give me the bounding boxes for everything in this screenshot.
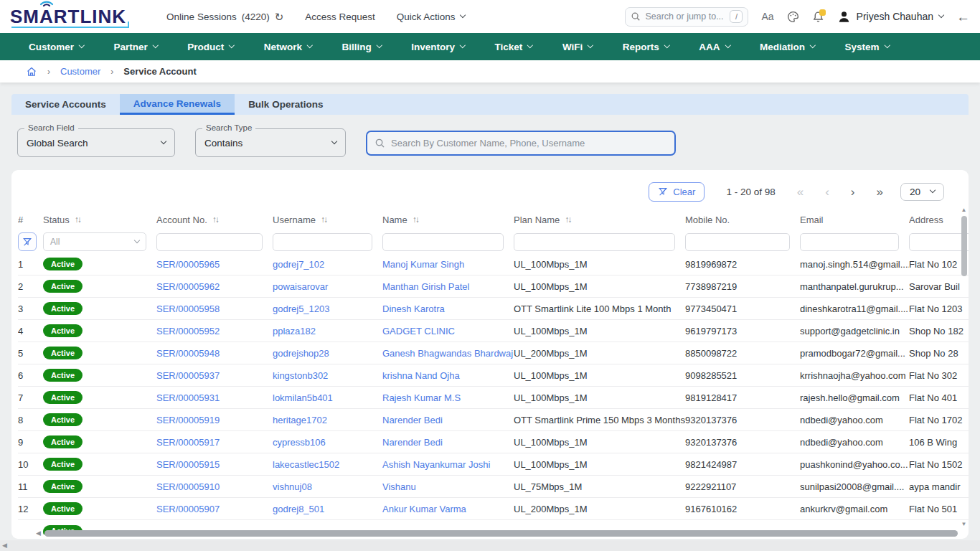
nav-item-billing[interactable]: Billing <box>342 42 382 52</box>
name-link[interactable]: Ganesh Bhagwandas Bhardwaj <box>382 348 514 359</box>
account-no-link[interactable]: SER/00005937 <box>156 370 273 381</box>
notifications-bell-icon[interactable] <box>812 11 824 23</box>
scroll-left-icon[interactable]: ◀ <box>2 542 7 549</box>
breadcrumb-customer[interactable]: Customer <box>60 66 100 77</box>
account-no-link[interactable]: SER/00005919 <box>156 415 273 425</box>
home-icon[interactable] <box>26 66 37 77</box>
tab-service-accounts[interactable]: Service Accounts <box>11 94 120 115</box>
account-no-link[interactable]: SER/00005907 <box>156 504 273 514</box>
smartlink-logo[interactable]: SMARTLINK <box>10 7 126 26</box>
nav-item-network[interactable]: Network <box>264 42 312 52</box>
account-no-link[interactable]: SER/00005948 <box>156 348 273 359</box>
tab-bulk-operations[interactable]: Bulk Operations <box>235 94 336 115</box>
global-search-box[interactable]: / <box>625 7 748 27</box>
username-link[interactable]: godrej5_1203 <box>273 303 382 314</box>
name-filter-input[interactable] <box>382 233 504 251</box>
mobile-no-filter-input[interactable] <box>685 233 790 251</box>
horizontal-scrollbar[interactable]: ◀ <box>36 529 958 537</box>
name-link[interactable]: Dinesh Karotra <box>382 303 514 314</box>
back-arrow-icon[interactable]: ← <box>956 10 970 24</box>
theme-palette-icon[interactable] <box>787 11 799 23</box>
nav-item-ticket[interactable]: Ticket <box>495 42 532 52</box>
nav-item-customer[interactable]: Customer <box>29 42 84 52</box>
account-no-link[interactable]: SER/00005917 <box>156 437 273 448</box>
user-menu[interactable]: Priyesh Chauhan <box>837 10 943 24</box>
nav-item-inventory[interactable]: Inventory <box>411 42 464 52</box>
plan-name-filter-input[interactable] <box>514 233 675 251</box>
username-link[interactable]: lokmilan5b401 <box>273 392 382 403</box>
nav-item-aaa[interactable]: AAA <box>699 42 730 52</box>
name-link[interactable]: Vishanu <box>382 481 514 492</box>
scroll-down-icon[interactable]: ▼ <box>961 522 967 527</box>
name-link[interactable]: Narender Bedi <box>382 437 514 448</box>
horizontal-scroll-thumb[interactable] <box>44 530 958 537</box>
first-page-button[interactable]: « <box>797 186 804 198</box>
username-link[interactable]: cypressb106 <box>273 437 382 448</box>
name-link[interactable]: krishna Nand Ojha <box>382 370 514 381</box>
name-link[interactable]: Manoj Kumar Singh <box>382 259 514 270</box>
next-page-button[interactable]: › <box>851 186 855 198</box>
online-sessions-link[interactable]: Online Sessions (4220) ↻ <box>166 11 283 22</box>
status-filter-select[interactable]: All <box>43 232 146 251</box>
font-size-icon[interactable]: Aa <box>761 11 773 22</box>
username-link[interactable]: vishnuj08 <box>273 481 382 492</box>
username-link[interactable]: godrej8_501 <box>273 504 382 514</box>
column-filter-icon-button[interactable] <box>18 232 37 251</box>
account-no-link[interactable]: SER/00005962 <box>156 281 273 292</box>
tab-advance-renewals[interactable]: Advance Renewals <box>120 94 235 115</box>
name-link[interactable]: GADGET CLINIC <box>382 326 514 336</box>
account-no-link[interactable]: SER/00005958 <box>156 303 273 314</box>
account-no-link[interactable]: SER/00005915 <box>156 459 273 470</box>
account-no-link[interactable]: SER/00005965 <box>156 259 273 270</box>
username-link[interactable]: pplaza182 <box>273 326 382 336</box>
column-header-status[interactable]: Status↑↓ <box>43 215 156 225</box>
refresh-icon[interactable]: ↻ <box>275 11 284 22</box>
clear-filters-button[interactable]: Clear <box>649 182 705 202</box>
sort-icon[interactable]: ↑↓ <box>212 215 218 225</box>
username-filter-input[interactable] <box>273 233 372 251</box>
account-no-link[interactable]: SER/00005952 <box>156 326 273 336</box>
column-header-username[interactable]: Username↑↓ <box>273 215 382 225</box>
nav-item-partner[interactable]: Partner <box>114 42 158 52</box>
username-link[interactable]: kingstonb302 <box>273 370 382 381</box>
vertical-scroll-thumb[interactable] <box>961 216 967 276</box>
email-filter-input[interactable] <box>800 233 899 251</box>
nav-item-reports[interactable]: Reports <box>623 42 669 52</box>
search-field-select[interactable]: Search Field Global Search <box>17 128 175 157</box>
nav-item-system[interactable]: System <box>845 42 890 52</box>
global-search-input[interactable] <box>645 11 725 22</box>
access-request-link[interactable]: Access Request <box>305 11 375 22</box>
account-no-link[interactable]: SER/00005910 <box>156 481 273 492</box>
account-no-filter-input[interactable] <box>156 233 263 251</box>
username-link[interactable]: godrej7_102 <box>273 259 382 270</box>
nav-item-wifi[interactable]: WiFi <box>562 42 593 52</box>
nav-item-product[interactable]: Product <box>187 42 234 52</box>
username-link[interactable]: heritage1702 <box>273 415 382 425</box>
username-link[interactable]: godrejshop28 <box>273 348 382 359</box>
scroll-left-icon[interactable]: ◀ <box>36 530 41 537</box>
search-type-select[interactable]: Search Type Contains <box>195 128 346 157</box>
name-link[interactable]: Narender Bedi <box>382 415 514 425</box>
account-no-link[interactable]: SER/00005931 <box>156 392 273 403</box>
last-page-button[interactable]: » <box>877 186 883 198</box>
name-link[interactable]: Manthan Girish Patel <box>382 281 514 292</box>
column-header-account[interactable]: Account No.↑↓ <box>156 215 273 225</box>
customer-search-box[interactable] <box>366 131 676 156</box>
column-header-name[interactable]: Name↑↓ <box>382 215 514 225</box>
vertical-scrollbar[interactable]: ▲ ▼ <box>960 207 968 527</box>
page-horizontal-scrollbar[interactable]: ◀ <box>0 540 980 551</box>
name-link[interactable]: Ankur Kumar Varma <box>382 504 514 514</box>
quick-actions-menu[interactable]: Quick Actions <box>397 11 465 22</box>
username-link[interactable]: powaisarovar <box>273 281 382 292</box>
sort-icon[interactable]: ↑↓ <box>565 215 570 225</box>
column-header-plan[interactable]: Plan Name↑↓ <box>514 215 685 225</box>
scroll-up-icon[interactable]: ▲ <box>961 207 967 213</box>
customer-search-input[interactable] <box>391 138 667 149</box>
name-link[interactable]: Ashish Nayankumar Joshi <box>382 459 514 470</box>
previous-page-button[interactable]: ‹ <box>825 186 829 198</box>
page-size-select[interactable]: 20 <box>900 183 944 201</box>
sort-icon[interactable]: ↑↓ <box>75 215 80 225</box>
nav-item-mediation[interactable]: Mediation <box>760 42 815 52</box>
sort-icon[interactable]: ↑↓ <box>321 215 326 225</box>
sort-icon[interactable]: ↑↓ <box>413 215 418 225</box>
